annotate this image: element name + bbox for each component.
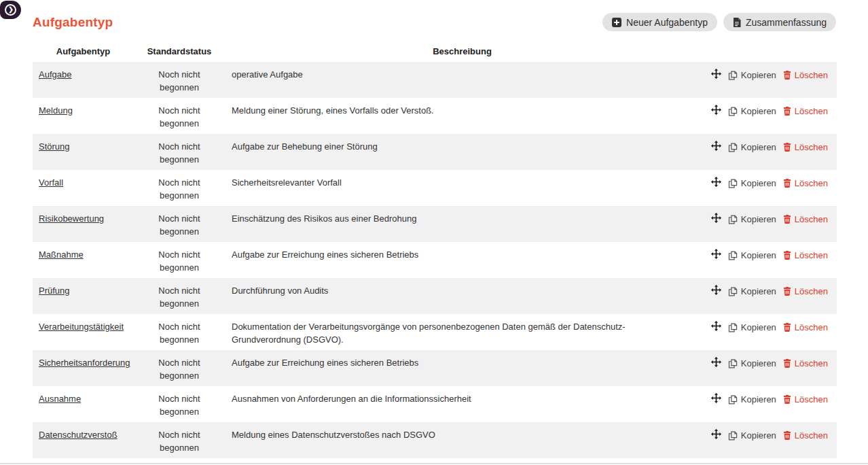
copy-button[interactable]: Kopieren — [728, 105, 776, 118]
copy-icon — [728, 323, 738, 332]
column-header-description: Beschreibung — [225, 46, 700, 56]
description-value: operative Aufgabe — [225, 62, 700, 98]
copy-icon — [728, 395, 738, 404]
delete-button[interactable]: Löschen — [783, 357, 828, 370]
task-type-link[interactable]: Sicherheitsanforderung — [39, 358, 130, 368]
trash-icon — [783, 251, 791, 260]
table-row: Vorfall Noch nicht begonnen Sicherheitsr… — [33, 170, 837, 206]
summary-label: Zusammenfassung — [746, 17, 827, 28]
description-value: Aufgabe zur Erreichung eines sicheren Be… — [225, 350, 700, 386]
task-type-link[interactable]: Datenschutzverstoß — [39, 430, 117, 440]
delete-button[interactable]: Löschen — [783, 321, 828, 334]
delete-button[interactable]: Löschen — [783, 429, 828, 442]
delete-button[interactable]: Löschen — [783, 69, 828, 82]
copy-button[interactable]: Kopieren — [728, 249, 776, 262]
table-row: Störung Noch nicht begonnen Aufgabe zur … — [33, 134, 837, 170]
copy-button[interactable]: Kopieren — [728, 357, 776, 370]
default-status-value: Noch nicht begonnen — [134, 350, 225, 386]
new-task-type-label: Neuer Aufgabentyp — [626, 17, 708, 28]
copy-icon — [728, 287, 738, 296]
trash-icon — [783, 143, 791, 152]
move-icon[interactable] — [711, 285, 721, 295]
copy-icon — [728, 359, 738, 368]
default-status-value: Noch nicht begonnen — [134, 422, 225, 458]
task-type-link[interactable]: Prüfung — [39, 286, 70, 296]
default-status-value: Noch nicht begonnen — [134, 242, 225, 278]
copy-button[interactable]: Kopieren — [728, 141, 776, 154]
copy-button[interactable]: Kopieren — [728, 429, 776, 442]
task-type-link[interactable]: Risikobewertung — [39, 213, 104, 224]
table-row: Maßnahme Noch nicht begonnen Aufgabe zur… — [33, 242, 837, 278]
description-value: Aufgabe zur Erreichung eines sicheren Be… — [225, 242, 700, 278]
delete-button[interactable]: Löschen — [783, 141, 828, 154]
delete-button[interactable]: Löschen — [783, 213, 828, 226]
chevron-right-icon: ❯ — [5, 4, 16, 16]
default-status-value: Noch nicht begonnen — [134, 314, 225, 350]
description-value: Meldung eines Datenschutzverstoßes nach … — [225, 422, 700, 458]
description-value: Sicherheitsrelevanter Vorfall — [225, 170, 700, 206]
move-icon[interactable] — [711, 249, 721, 259]
description-value: Einschätzung des Risikos aus einer Bedro… — [225, 206, 700, 242]
move-icon[interactable] — [711, 357, 721, 367]
description-value: Dokumentation der Verarbeitungsvorgänge … — [225, 314, 700, 350]
delete-button[interactable]: Löschen — [783, 249, 828, 262]
page-header: Aufgabentyp Neuer Aufgabentyp Zusammenfa… — [0, 0, 868, 31]
move-icon[interactable] — [711, 429, 721, 439]
move-icon[interactable] — [711, 69, 721, 79]
column-header-status: Standardstatus — [134, 46, 225, 56]
copy-button[interactable]: Kopieren — [728, 69, 776, 82]
move-icon[interactable] — [711, 213, 721, 223]
plus-square-icon — [612, 18, 621, 27]
move-icon[interactable] — [711, 177, 721, 187]
description-value: Meldung einer Störung, eines Vorfalls od… — [225, 98, 700, 134]
delete-button[interactable]: Löschen — [783, 105, 828, 118]
move-icon[interactable] — [711, 105, 721, 115]
copy-button[interactable]: Kopieren — [728, 213, 776, 226]
task-type-link[interactable]: Aufgabe — [39, 69, 71, 80]
trash-icon — [783, 287, 791, 296]
default-status-value: Noch nicht begonnen — [134, 170, 225, 206]
trash-icon — [783, 395, 791, 404]
default-status-value: Noch nicht begonnen — [134, 98, 225, 134]
trash-icon — [783, 71, 791, 80]
move-icon[interactable] — [711, 141, 721, 151]
copy-button[interactable]: Kopieren — [728, 321, 776, 334]
table-row: Datenschutzverstoß Noch nicht begonnen M… — [33, 422, 837, 458]
task-type-table: Aufgabentyp Standardstatus Beschreibung … — [33, 31, 837, 458]
delete-button[interactable]: Löschen — [783, 393, 828, 406]
table-row: Verarbeitungstätigkeit Noch nicht begonn… — [33, 314, 837, 350]
trash-icon — [783, 323, 791, 332]
default-status-value: Noch nicht begonnen — [134, 62, 225, 98]
copy-icon — [728, 215, 738, 224]
table-row: Meldung Noch nicht begonnen Meldung eine… — [33, 98, 837, 134]
copy-icon — [728, 143, 738, 152]
trash-icon — [783, 107, 791, 116]
sidebar-expand-button[interactable]: ❯ — [0, 1, 21, 19]
summary-button[interactable]: Zusammenfassung — [723, 13, 836, 31]
task-type-link[interactable]: Störung — [39, 141, 70, 152]
copy-button[interactable]: Kopieren — [728, 285, 776, 298]
task-type-link[interactable]: Meldung — [39, 105, 73, 116]
description-value: Aufgabe zur Behebung einer Störung — [225, 134, 700, 170]
delete-button[interactable]: Löschen — [783, 177, 828, 190]
table-row: Prüfung Noch nicht begonnen Durchführung… — [33, 278, 837, 314]
description-value: Durchführung von Audits — [225, 278, 700, 314]
copy-icon — [728, 107, 738, 116]
table-body: Aufgabe Noch nicht begonnen operative Au… — [33, 62, 837, 458]
column-header-type: Aufgabentyp — [33, 46, 134, 56]
move-icon[interactable] — [711, 321, 721, 331]
new-task-type-button[interactable]: Neuer Aufgabentyp — [602, 13, 717, 31]
copy-button[interactable]: Kopieren — [728, 177, 776, 190]
delete-button[interactable]: Löschen — [783, 285, 828, 298]
task-type-link[interactable]: Verarbeitungstätigkeit — [39, 322, 124, 332]
default-status-value: Noch nicht begonnen — [134, 134, 225, 170]
document-icon — [733, 18, 741, 27]
task-type-link[interactable]: Maßnahme — [39, 249, 84, 260]
copy-button[interactable]: Kopieren — [728, 393, 776, 406]
page-title: Aufgabentyp — [33, 15, 113, 30]
description-value: Ausnahmen von Anforderungen an die Infor… — [225, 386, 700, 422]
table-row: Risikobewertung Noch nicht begonnen Eins… — [33, 206, 837, 242]
task-type-link[interactable]: Ausnahme — [39, 394, 81, 404]
move-icon[interactable] — [711, 393, 721, 403]
task-type-link[interactable]: Vorfall — [39, 177, 63, 188]
